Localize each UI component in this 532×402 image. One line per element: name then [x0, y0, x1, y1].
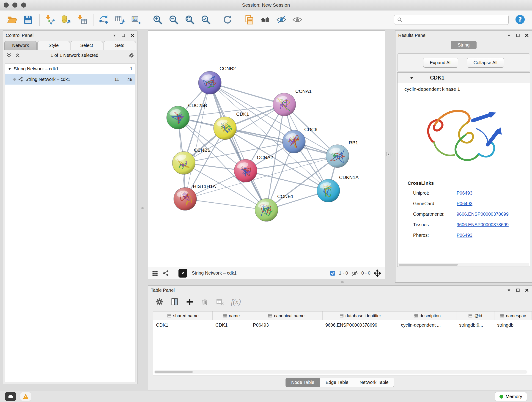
crosslink-link-compartments[interactable]: 9606.ENSP00000378699	[457, 211, 509, 217]
table-horizontal-scrollbar[interactable]	[154, 370, 527, 374]
panel-close-icon[interactable]	[130, 33, 134, 38]
table-settings-button[interactable]	[155, 298, 164, 306]
panel-float-icon[interactable]	[121, 33, 126, 38]
warnings-button[interactable]	[20, 392, 31, 401]
splitter-handle[interactable]	[141, 207, 144, 209]
home-view-button[interactable]	[259, 13, 272, 27]
results-scrollbar[interactable]	[398, 263, 529, 266]
show-all-button[interactable]	[291, 13, 304, 27]
add-column-button[interactable]	[186, 298, 194, 306]
grid-view-icon[interactable]	[152, 270, 158, 276]
column-header-id[interactable]: @id	[456, 312, 494, 320]
pan-move-icon[interactable]	[374, 269, 381, 277]
zoom-selected-button[interactable]	[199, 13, 212, 27]
window-close-button[interactable]	[4, 2, 9, 7]
expand-all-icon[interactable]	[15, 52, 20, 58]
network-node-CCNA1[interactable]: CCNA1	[273, 89, 312, 116]
tab-select[interactable]: Select	[70, 41, 103, 50]
network-overview-icon[interactable]	[163, 270, 169, 276]
network-edge-CCNB2-CCNE1[interactable]	[210, 83, 266, 210]
zoom-fit-button[interactable]	[183, 13, 196, 27]
refresh-button[interactable]	[221, 13, 234, 27]
tab-string[interactable]: String	[451, 41, 476, 49]
cloud-button[interactable]	[5, 392, 16, 401]
network-edge-HIST1H1A-CCNE1[interactable]	[185, 199, 266, 210]
delete-table-button[interactable]	[216, 298, 224, 306]
column-header-canonical-name[interactable]: canonical name	[250, 312, 323, 320]
tab-network-table[interactable]: Network Table	[354, 378, 394, 387]
panel-menu-icon[interactable]	[507, 33, 511, 38]
import-table-button[interactable]	[75, 13, 89, 27]
crosslink-link-tissues[interactable]: 9606.ENSP00000378699	[457, 222, 509, 227]
network-edge-CCNB2-CCNA1[interactable]	[210, 83, 284, 104]
copy-document-button[interactable]	[243, 13, 256, 27]
panel-close-icon[interactable]	[525, 288, 529, 293]
panel-float-icon[interactable]	[516, 33, 520, 38]
import-network-database-button[interactable]	[59, 13, 73, 27]
tab-node-table[interactable]: Node Table	[285, 378, 320, 387]
cell-database-identifier[interactable]: 9606.ENSP00000378699	[323, 322, 398, 328]
cell-shared-name[interactable]: CDK1	[153, 322, 213, 328]
delete-column-button[interactable]	[201, 298, 209, 306]
function-builder-button[interactable]: f(x)	[231, 298, 241, 306]
import-network-file-button[interactable]	[43, 13, 57, 27]
table-row[interactable]: CDK1 CDK1 P06493 9606.ENSP00000378699 cy…	[153, 320, 532, 330]
column-header-name[interactable]: name	[213, 312, 250, 320]
column-header-shared-name[interactable]: shared name	[153, 312, 213, 320]
select-columns-button[interactable]	[171, 298, 179, 306]
panel-menu-icon[interactable]	[112, 33, 117, 38]
cell-namespace[interactable]: stringdb	[494, 322, 532, 328]
selected-checkbox-icon[interactable]	[330, 270, 336, 276]
detach-view-button[interactable]	[178, 269, 187, 278]
network-canvas[interactable]: CCNB2CCNA1CDC25BCDK1CDC6RB1CCNB1CCNA2CDK…	[148, 31, 385, 267]
cell-name[interactable]: CDK1	[213, 322, 250, 328]
network-node-RB1[interactable]: RB1	[326, 140, 358, 167]
crosslink-link-pharos[interactable]: P06493	[457, 233, 472, 238]
network-node-CDK1[interactable]: CDK1	[214, 111, 249, 140]
open-session-button[interactable]	[6, 13, 19, 27]
splitter-handle[interactable]	[341, 281, 344, 283]
new-network-button[interactable]	[97, 13, 110, 27]
network-node-CDKN1A[interactable]: CDKN1A	[317, 175, 359, 202]
network-row[interactable]: String Network – cdk1 11 48	[5, 74, 135, 85]
cell-canonical-name[interactable]: P06493	[250, 322, 323, 328]
save-session-button[interactable]	[22, 13, 35, 27]
collapse-all-icon[interactable]	[6, 52, 12, 58]
panel-close-icon[interactable]	[525, 33, 529, 38]
collapse-all-button[interactable]: Collapse All	[467, 58, 504, 68]
search-input[interactable]	[404, 17, 506, 22]
crosslink-link-uniprot[interactable]: P06493	[457, 191, 472, 196]
section-collapse-icon[interactable]	[409, 76, 414, 80]
hide-selected-button[interactable]	[275, 13, 288, 27]
network-edge-RB1-HIST1H1A[interactable]	[185, 156, 337, 199]
network-edge-CCNB2-HIST1H1A[interactable]	[185, 83, 210, 199]
network-node-CDC6[interactable]: CDC6	[283, 127, 317, 153]
window-zoom-button[interactable]	[21, 2, 26, 7]
zoom-in-button[interactable]	[151, 13, 164, 27]
network-node-CCNB1[interactable]: CCNB1	[172, 147, 210, 174]
network-node-CCNB2[interactable]: CCNB2	[198, 66, 236, 94]
tab-edge-table[interactable]: Edge Table	[320, 378, 354, 387]
network-collection-row[interactable]: String Network – cdk1 1	[5, 64, 135, 74]
crosslink-link-genecard[interactable]: P06493	[457, 201, 472, 206]
expand-all-button[interactable]: Expand All	[423, 58, 458, 68]
column-header-description[interactable]: description	[398, 312, 456, 320]
cell-description[interactable]: cyclin-dependent ...	[398, 322, 456, 328]
network-node-HIST1H1A[interactable]: HIST1H1A	[174, 184, 216, 211]
panel-menu-icon[interactable]	[507, 288, 511, 293]
tab-style[interactable]: Style	[37, 41, 70, 50]
tree-expand-icon[interactable]	[8, 67, 12, 70]
column-header-database-identifier[interactable]: database identifier	[323, 312, 398, 320]
zoom-out-button[interactable]	[167, 13, 180, 27]
column-header-namespace[interactable]: namespac	[494, 312, 532, 320]
network-from-table-button[interactable]	[113, 13, 127, 27]
panel-float-icon[interactable]	[516, 288, 520, 293]
window-minimize-button[interactable]	[12, 2, 17, 7]
splitter-handle[interactable]	[386, 152, 390, 156]
export-image-button[interactable]	[129, 13, 143, 27]
gear-icon[interactable]	[128, 52, 134, 58]
cell-id[interactable]: stringdb:9...	[456, 322, 494, 328]
tab-network[interactable]: Network	[4, 41, 37, 50]
hidden-eye-slash-icon[interactable]	[351, 270, 358, 277]
tab-sets[interactable]: Sets	[104, 41, 136, 50]
